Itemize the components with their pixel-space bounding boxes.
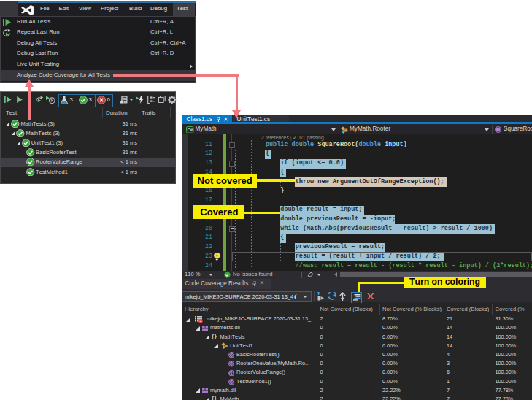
svg-text:C#: C#: [187, 128, 193, 132]
